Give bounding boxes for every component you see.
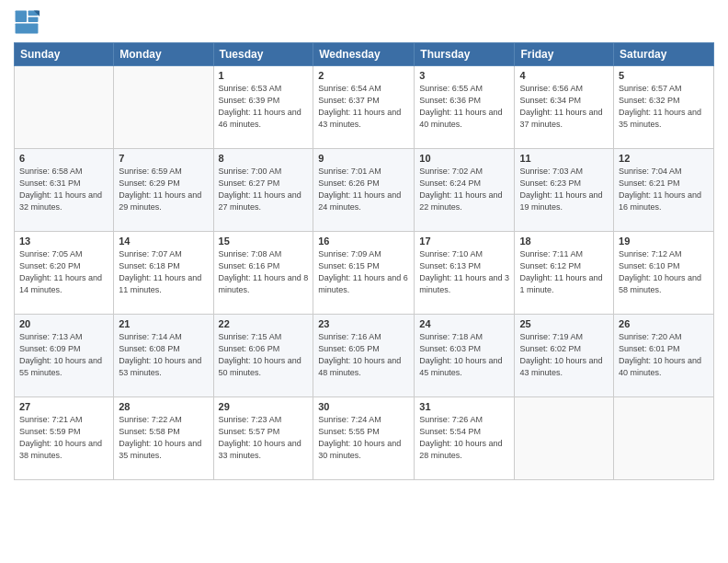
day-number: 13 [19,236,108,247]
calendar-cell: 21Sunrise: 7:14 AMSunset: 6:08 PMDayligh… [114,315,213,397]
calendar-cell: 18Sunrise: 7:11 AMSunset: 6:12 PMDayligh… [515,232,614,315]
day-info: Sunrise: 6:54 AMSunset: 6:37 PMDaylight:… [318,83,409,131]
calendar-cell: 15Sunrise: 7:08 AMSunset: 6:16 PMDayligh… [213,232,313,315]
day-info: Sunrise: 7:03 AMSunset: 6:23 PMDaylight:… [519,166,609,213]
day-info: Sunrise: 7:04 AMSunset: 6:21 PMDaylight:… [619,166,709,213]
day-number: 6 [19,153,108,164]
calendar-cell: 30Sunrise: 7:24 AMSunset: 5:55 PMDayligh… [313,397,415,480]
weekday-header-thursday: Thursday [415,43,515,66]
calendar-cell: 24Sunrise: 7:18 AMSunset: 6:03 PMDayligh… [415,315,515,397]
calendar-week-row: 13Sunrise: 7:05 AMSunset: 6:20 PMDayligh… [15,232,714,315]
calendar-cell: 6Sunrise: 6:58 AMSunset: 6:31 PMDaylight… [15,149,114,232]
day-number: 28 [119,401,208,412]
day-number: 15 [219,236,309,247]
day-info: Sunrise: 6:57 AMSunset: 6:32 PMDaylight:… [619,83,709,131]
day-info: Sunrise: 7:23 AMSunset: 5:57 PMDaylight:… [219,414,309,462]
weekday-header-sunday: Sunday [15,43,114,66]
day-number: 20 [19,318,108,329]
day-info: Sunrise: 7:18 AMSunset: 6:03 PMDaylight:… [419,331,509,379]
day-number: 2 [318,70,409,81]
day-number: 27 [19,401,108,412]
weekday-header-monday: Monday [114,43,213,66]
day-info: Sunrise: 7:26 AMSunset: 5:54 PMDaylight:… [419,414,509,462]
day-number: 10 [419,153,509,164]
day-info: Sunrise: 7:12 AMSunset: 6:10 PMDaylight:… [619,248,709,296]
calendar-page: SundayMondayTuesdayWednesdayThursdayFrid… [0,0,728,563]
day-number: 9 [318,153,409,164]
day-number: 4 [519,70,609,81]
day-number: 29 [219,401,309,412]
day-info: Sunrise: 7:08 AMSunset: 6:16 PMDaylight:… [219,248,309,296]
day-number: 3 [419,70,509,81]
day-number: 11 [519,153,609,164]
calendar-cell: 12Sunrise: 7:04 AMSunset: 6:21 PMDayligh… [614,149,714,232]
svg-rect-4 [16,24,39,34]
calendar-cell: 11Sunrise: 7:03 AMSunset: 6:23 PMDayligh… [515,149,614,232]
day-info: Sunrise: 7:24 AMSunset: 5:55 PMDaylight:… [318,414,409,462]
calendar-cell: 13Sunrise: 7:05 AMSunset: 6:20 PMDayligh… [15,232,114,315]
calendar-table: SundayMondayTuesdayWednesdayThursdayFrid… [14,42,714,480]
calendar-cell: 31Sunrise: 7:26 AMSunset: 5:54 PMDayligh… [415,397,515,480]
calendar-cell [614,397,714,480]
calendar-cell: 10Sunrise: 7:02 AMSunset: 6:24 PMDayligh… [415,149,515,232]
day-number: 18 [519,236,609,247]
day-number: 19 [619,236,709,247]
weekday-header-wednesday: Wednesday [313,43,415,66]
day-info: Sunrise: 7:13 AMSunset: 6:09 PMDaylight:… [19,331,108,379]
calendar-cell: 1Sunrise: 6:53 AMSunset: 6:39 PMDaylight… [213,66,313,149]
day-info: Sunrise: 7:01 AMSunset: 6:26 PMDaylight:… [318,166,409,213]
calendar-cell: 26Sunrise: 7:20 AMSunset: 6:01 PMDayligh… [614,315,714,397]
day-info: Sunrise: 7:14 AMSunset: 6:08 PMDaylight:… [119,331,208,379]
day-info: Sunrise: 7:15 AMSunset: 6:06 PMDaylight:… [219,331,309,379]
calendar-cell: 4Sunrise: 6:56 AMSunset: 6:34 PMDaylight… [515,66,614,149]
day-number: 23 [318,318,409,329]
calendar-cell: 16Sunrise: 7:09 AMSunset: 6:15 PMDayligh… [313,232,415,315]
calendar-week-row: 20Sunrise: 7:13 AMSunset: 6:09 PMDayligh… [15,315,714,397]
day-info: Sunrise: 6:59 AMSunset: 6:29 PMDaylight:… [119,166,208,213]
calendar-cell: 14Sunrise: 7:07 AMSunset: 6:18 PMDayligh… [114,232,213,315]
day-number: 26 [619,318,709,329]
day-info: Sunrise: 7:22 AMSunset: 5:58 PMDaylight:… [119,414,208,462]
day-number: 1 [219,70,309,81]
day-info: Sunrise: 7:05 AMSunset: 6:20 PMDaylight:… [19,248,108,296]
calendar-cell: 8Sunrise: 7:00 AMSunset: 6:27 PMDaylight… [213,149,313,232]
day-info: Sunrise: 6:53 AMSunset: 6:39 PMDaylight:… [219,83,309,131]
calendar-cell: 28Sunrise: 7:22 AMSunset: 5:58 PMDayligh… [114,397,213,480]
calendar-cell: 7Sunrise: 6:59 AMSunset: 6:29 PMDaylight… [114,149,213,232]
day-info: Sunrise: 6:56 AMSunset: 6:34 PMDaylight:… [519,83,609,131]
day-number: 8 [219,153,309,164]
calendar-cell: 20Sunrise: 7:13 AMSunset: 6:09 PMDayligh… [15,315,114,397]
day-number: 12 [619,153,709,164]
logo [14,9,43,35]
calendar-week-row: 6Sunrise: 6:58 AMSunset: 6:31 PMDaylight… [15,149,714,232]
svg-rect-1 [16,11,27,22]
day-info: Sunrise: 7:00 AMSunset: 6:27 PMDaylight:… [219,166,309,213]
day-info: Sunrise: 6:55 AMSunset: 6:36 PMDaylight:… [419,83,509,131]
calendar-week-row: 1Sunrise: 6:53 AMSunset: 6:39 PMDaylight… [15,66,714,149]
weekday-header-friday: Friday [515,43,614,66]
day-number: 24 [419,318,509,329]
day-info: Sunrise: 7:16 AMSunset: 6:05 PMDaylight:… [318,331,409,379]
day-info: Sunrise: 7:10 AMSunset: 6:13 PMDaylight:… [419,248,509,296]
svg-rect-3 [28,17,39,22]
calendar-cell: 22Sunrise: 7:15 AMSunset: 6:06 PMDayligh… [213,315,313,397]
calendar-cell [114,66,213,149]
header [14,9,714,35]
day-info: Sunrise: 7:02 AMSunset: 6:24 PMDaylight:… [419,166,509,213]
day-info: Sunrise: 7:21 AMSunset: 5:59 PMDaylight:… [19,414,108,462]
weekday-header-tuesday: Tuesday [213,43,313,66]
day-info: Sunrise: 6:58 AMSunset: 6:31 PMDaylight:… [19,166,108,213]
day-number: 22 [219,318,309,329]
day-info: Sunrise: 7:09 AMSunset: 6:15 PMDaylight:… [318,248,409,296]
day-number: 16 [318,236,409,247]
calendar-cell: 19Sunrise: 7:12 AMSunset: 6:10 PMDayligh… [614,232,714,315]
calendar-cell [515,397,614,480]
calendar-cell: 3Sunrise: 6:55 AMSunset: 6:36 PMDaylight… [415,66,515,149]
calendar-cell: 25Sunrise: 7:19 AMSunset: 6:02 PMDayligh… [515,315,614,397]
calendar-cell: 5Sunrise: 6:57 AMSunset: 6:32 PMDaylight… [614,66,714,149]
calendar-cell: 2Sunrise: 6:54 AMSunset: 6:37 PMDaylight… [313,66,415,149]
weekday-header-saturday: Saturday [614,43,714,66]
calendar-cell: 29Sunrise: 7:23 AMSunset: 5:57 PMDayligh… [213,397,313,480]
day-number: 14 [119,236,208,247]
calendar-cell [15,66,114,149]
